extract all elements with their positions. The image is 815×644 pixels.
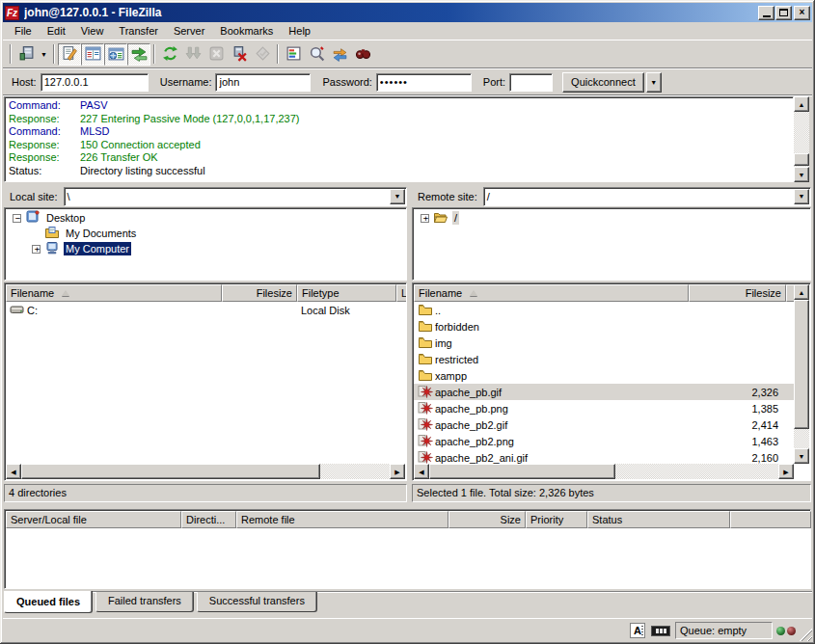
- scroll-up-button[interactable]: ▲: [794, 284, 809, 300]
- local-tree-item-my-documents[interactable]: My Documents: [5, 226, 406, 241]
- column-header-filesize[interactable]: Filesize: [222, 284, 297, 302]
- column-header-filename[interactable]: Filename: [6, 284, 222, 302]
- minimize-button[interactable]: [758, 6, 774, 20]
- file-row-apache-pb2-gif[interactable]: apache_pb2.gif2,414: [414, 416, 794, 433]
- column-header-priority[interactable]: Priority: [526, 511, 587, 528]
- quickconnect-button[interactable]: Quickconnect: [562, 72, 644, 93]
- column-header-filetype[interactable]: Filetype: [297, 284, 396, 302]
- scroll-up-button[interactable]: ▲: [794, 96, 809, 112]
- log-label: Response:: [9, 113, 80, 126]
- menu-item-file[interactable]: File: [7, 23, 40, 39]
- scroll-thumb[interactable]: [794, 153, 809, 166]
- file-row-apache-pb-png[interactable]: apache_pb.png1,385: [414, 400, 794, 416]
- local-site-path[interactable]: \: [65, 191, 390, 202]
- menu-item-server[interactable]: Server: [166, 23, 212, 39]
- local-tree-item-my-computer[interactable]: My Computer: [5, 241, 406, 256]
- menu-item-edit[interactable]: Edit: [40, 23, 73, 39]
- expand-plus-icon[interactable]: [421, 214, 429, 223]
- title-bar[interactable]: Fz john@127.0.0.1 - FileZilla ×: [3, 3, 812, 22]
- column-header-l[interactable]: L: [396, 284, 407, 302]
- menu-item-bookmarks[interactable]: Bookmarks: [212, 23, 281, 39]
- menu-item-view[interactable]: View: [73, 23, 112, 39]
- scroll-left-button[interactable]: ◀: [6, 464, 21, 479]
- collapse-minus-icon[interactable]: [13, 214, 21, 223]
- file-row-img[interactable]: img: [414, 335, 794, 351]
- file-row-forbidden[interactable]: forbidden: [414, 318, 794, 335]
- close-button[interactable]: ×: [794, 6, 810, 20]
- username-input[interactable]: [215, 73, 311, 92]
- log-message: PASV: [80, 99, 108, 113]
- menu-item-help[interactable]: Help: [281, 23, 318, 39]
- remote-vertical-scrollbar[interactable]: ▲ ▼: [794, 284, 809, 464]
- resize-grip[interactable]: [798, 627, 812, 641]
- column-header-size[interactable]: Size: [448, 511, 526, 528]
- maximize-button[interactable]: [775, 6, 792, 20]
- local-horizontal-scrollbar[interactable]: ◀ ▶: [6, 464, 405, 479]
- filename-cell: ..: [414, 302, 689, 318]
- refresh-button[interactable]: [158, 43, 181, 66]
- column-header-server-local-file[interactable]: Server/Local file: [6, 511, 181, 528]
- local-site-dropdown-button[interactable]: ▼: [390, 189, 405, 204]
- synchronized-browsing-button[interactable]: [328, 43, 351, 66]
- toggle-message-log-button[interactable]: [58, 43, 81, 66]
- log-label: Command:: [9, 99, 80, 113]
- column-header-filesize[interactable]: Filesize: [689, 284, 786, 302]
- remote-list-body[interactable]: ..forbiddenimgrestrictedxamppapache_pb.g…: [414, 302, 794, 464]
- filesize-cell: [689, 351, 786, 367]
- remote-tree-item-[interactable]: /: [413, 210, 810, 226]
- file-row-xampp[interactable]: xampp: [414, 367, 794, 384]
- column-header-status[interactable]: Status: [587, 511, 730, 528]
- remote-site-dropdown-button[interactable]: ▼: [794, 189, 809, 204]
- scroll-thumb[interactable]: [21, 464, 320, 479]
- file-row-apache-pb-gif[interactable]: apache_pb.gif2,326: [414, 384, 794, 400]
- transfer-type-ascii-icon[interactable]: A: [630, 623, 645, 638]
- remote-site-combo[interactable]: / ▼: [483, 187, 811, 206]
- remote-horizontal-scrollbar[interactable]: ◀ ▶: [414, 464, 794, 479]
- directory-filter-button[interactable]: [282, 43, 305, 66]
- directory-comparison-button[interactable]: [305, 43, 328, 66]
- quickconnect-dropdown-button[interactable]: ▼: [646, 72, 662, 93]
- scroll-right-button[interactable]: ▶: [778, 464, 794, 479]
- file-row-restricted[interactable]: restricted: [414, 351, 794, 367]
- local-site-combo[interactable]: \ ▼: [64, 187, 407, 206]
- tab-successful-transfers[interactable]: Successful transfers: [197, 592, 317, 612]
- file-row-apache-pb2-png[interactable]: apache_pb2.png1,463: [414, 433, 794, 449]
- scroll-down-button[interactable]: ▼: [794, 167, 809, 182]
- scroll-right-button[interactable]: ▶: [390, 464, 405, 479]
- log-message: 150 Connection accepted: [80, 139, 201, 152]
- port-input[interactable]: [509, 73, 553, 92]
- scroll-track[interactable]: [320, 464, 390, 479]
- site-manager-button[interactable]: [14, 43, 38, 66]
- file-row-c[interactable]: C:Local Disk: [6, 302, 405, 318]
- toggle-remote-tree-button[interactable]: [104, 43, 127, 66]
- scroll-thumb[interactable]: [794, 300, 809, 429]
- file-row-apache-pb2-ani-gif[interactable]: apache_pb2_ani.gif2,160: [414, 449, 794, 464]
- disconnect-button[interactable]: [228, 43, 251, 66]
- local-tree-item-desktop[interactable]: Desktop: [5, 210, 406, 226]
- scroll-track[interactable]: [615, 464, 778, 479]
- remote-site-path[interactable]: /: [484, 191, 794, 202]
- password-input[interactable]: [376, 73, 472, 92]
- column-header-directi[interactable]: Directi...: [181, 511, 236, 528]
- tab-queued-files[interactable]: Queued files: [4, 591, 93, 613]
- column-header-remote-file[interactable]: Remote file: [236, 511, 448, 528]
- message-log-scrollbar[interactable]: ▲ ▼: [794, 96, 809, 182]
- speed-limit-icon[interactable]: [651, 626, 670, 636]
- toggle-queue-button[interactable]: [127, 43, 150, 66]
- file-row-[interactable]: ..: [414, 302, 794, 318]
- expand-plus-icon[interactable]: [32, 245, 41, 254]
- tab-failed-transfers[interactable]: Failed transfers: [95, 592, 194, 612]
- chevron-down-icon: ▼: [799, 193, 805, 200]
- local-list-body[interactable]: C:Local Disk: [6, 302, 405, 464]
- site-manager-dropdown-button[interactable]: ▼: [38, 43, 50, 66]
- queue-body[interactable]: [6, 528, 809, 587]
- scroll-down-button[interactable]: ▼: [794, 448, 809, 464]
- column-header-filename[interactable]: Filename: [414, 284, 689, 302]
- toggle-local-tree-button[interactable]: [81, 43, 104, 66]
- find-files-button[interactable]: [351, 43, 374, 66]
- host-input[interactable]: [41, 73, 149, 92]
- scroll-left-button[interactable]: ◀: [414, 464, 429, 479]
- log-row: Response:150 Connection accepted: [9, 139, 793, 152]
- scroll-thumb[interactable]: [429, 464, 615, 479]
- menu-item-transfer[interactable]: Transfer: [111, 23, 166, 39]
